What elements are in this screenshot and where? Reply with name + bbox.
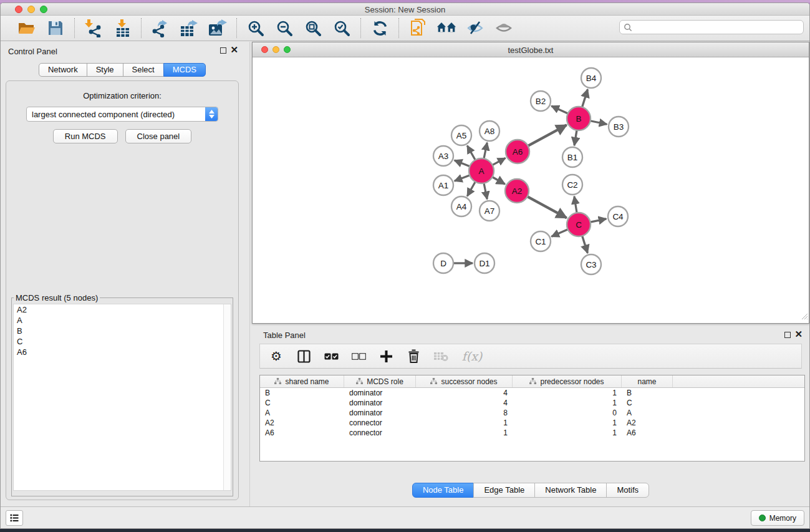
zoom-fit-icon[interactable] xyxy=(303,18,323,38)
graph-edge-B-B2[interactable] xyxy=(551,106,567,114)
tab-network[interactable]: Network xyxy=(39,63,87,77)
add-column-icon[interactable] xyxy=(378,349,393,364)
column-header-successor-nodes[interactable]: successor nodes xyxy=(416,375,513,387)
network-canvas[interactable]: B4B2BB3B1A5A8A6A3AA1C2A4A7A2C4CC1C3DD1 xyxy=(253,58,809,323)
column-layout-icon[interactable] xyxy=(296,349,311,364)
table-row[interactable]: Adominator80A xyxy=(260,408,804,418)
delete-column-icon[interactable] xyxy=(406,349,421,364)
graph-edge-C-C2[interactable] xyxy=(574,196,577,213)
graph-edge-A2-C[interactable] xyxy=(528,196,567,218)
graph-node-B4[interactable]: B4 xyxy=(581,68,601,88)
graph-edge-A-A2[interactable] xyxy=(492,177,504,184)
refresh-layout-icon[interactable] xyxy=(370,18,390,38)
mcds-result-item[interactable]: A6 xyxy=(14,347,231,357)
open-file-icon[interactable] xyxy=(17,18,37,38)
mcds-result-item[interactable]: B xyxy=(14,326,231,336)
graph-node-C1[interactable]: C1 xyxy=(531,231,551,251)
column-header-name[interactable]: name xyxy=(622,375,673,387)
graph-node-B2[interactable]: B2 xyxy=(531,91,551,111)
graph-node-A6[interactable]: A6 xyxy=(506,140,529,163)
graph-node-C4[interactable]: C4 xyxy=(608,206,628,226)
graph-edge-A-A5[interactable] xyxy=(467,146,475,160)
graph-edge-A-A1[interactable] xyxy=(455,175,470,181)
column-header-MCDS-role[interactable]: MCDS role xyxy=(344,375,416,387)
tab-node-table[interactable]: Node Table xyxy=(412,483,475,498)
criterion-dropdown[interactable]: largest connected component (directed) xyxy=(26,107,218,122)
import-network-icon[interactable] xyxy=(84,18,104,38)
export-table-icon[interactable] xyxy=(179,18,199,38)
graph-node-A4[interactable]: A4 xyxy=(451,196,471,216)
graph-node-B3[interactable]: B3 xyxy=(609,117,629,137)
table-row[interactable]: Bdominator41B xyxy=(260,388,804,398)
graph-edge-A-A6[interactable] xyxy=(493,158,506,165)
tab-mcds[interactable]: MCDS xyxy=(163,63,206,77)
graph-node-C2[interactable]: C2 xyxy=(562,175,582,195)
function-builder-icon[interactable]: f(x) xyxy=(461,349,483,364)
tab-style[interactable]: Style xyxy=(87,63,123,77)
column-header-predecessor-nodes[interactable]: predecessor nodes xyxy=(513,375,622,387)
float-panel-icon[interactable] xyxy=(220,47,226,54)
mcds-result-item[interactable]: C xyxy=(14,336,231,347)
graph-node-A[interactable]: A xyxy=(469,158,494,183)
select-all-rows-icon[interactable] xyxy=(324,349,339,364)
panel-splitter[interactable] xyxy=(244,42,252,506)
graph-node-A3[interactable]: A3 xyxy=(433,146,453,166)
graph-edge-A-A3[interactable] xyxy=(455,160,470,167)
graph-node-C3[interactable]: C3 xyxy=(581,254,601,274)
float-table-panel-icon[interactable] xyxy=(784,332,791,338)
home-layouts-icon[interactable] xyxy=(436,18,456,38)
graph-node-B1[interactable]: B1 xyxy=(562,147,582,167)
hide-details-icon[interactable] xyxy=(465,18,485,38)
export-network-icon[interactable] xyxy=(150,18,170,38)
column-header-shared-name[interactable]: shared name xyxy=(260,375,344,387)
result-list-scrollbar[interactable] xyxy=(223,304,231,490)
tab-select[interactable]: Select xyxy=(123,63,164,77)
zoom-out-icon[interactable] xyxy=(274,18,294,38)
graph-node-C[interactable]: C xyxy=(567,213,591,236)
graph-node-B[interactable]: B xyxy=(567,107,591,130)
graph-edge-A-A4[interactable] xyxy=(467,181,475,196)
mcds-result-item[interactable]: A xyxy=(14,315,231,326)
search-input[interactable] xyxy=(632,23,803,32)
tab-network-table[interactable]: Network Table xyxy=(534,483,607,498)
graph-node-A1[interactable]: A1 xyxy=(433,175,453,195)
close-panel-button[interactable]: Close panel xyxy=(125,129,192,143)
zoom-selected-icon[interactable] xyxy=(332,18,352,38)
graph-edge-A6-B[interactable] xyxy=(528,125,567,145)
table-row[interactable]: A6connector11A6 xyxy=(260,428,804,438)
run-mcds-button[interactable]: Run MCDS xyxy=(53,129,118,143)
close-panel-icon[interactable]: ✕ xyxy=(230,44,238,56)
zoom-in-icon[interactable] xyxy=(246,18,266,38)
delete-table-icon[interactable] xyxy=(433,349,448,364)
graph-edge-C-C1[interactable] xyxy=(551,230,567,237)
tab-motifs[interactable]: Motifs xyxy=(606,483,649,498)
graph-edge-A-A7[interactable] xyxy=(484,183,487,200)
graph-node-A5[interactable]: A5 xyxy=(451,125,471,145)
table-row[interactable]: Cdominator41C xyxy=(260,398,804,408)
network-overview-icon[interactable] xyxy=(408,18,428,38)
memory-button[interactable]: Memory xyxy=(751,510,804,526)
mcds-result-item[interactable]: A2 xyxy=(14,304,231,315)
show-details-icon[interactable] xyxy=(494,18,514,38)
table-settings-icon[interactable]: ⚙ xyxy=(269,349,284,364)
graph-node-A2[interactable]: A2 xyxy=(505,179,529,203)
tab-edge-table[interactable]: Edge Table xyxy=(473,483,535,498)
import-table-icon[interactable] xyxy=(112,18,132,38)
graph-node-A7[interactable]: A7 xyxy=(480,201,499,221)
deselect-all-rows-icon[interactable] xyxy=(351,349,366,364)
graph-node-D1[interactable]: D1 xyxy=(475,253,494,273)
graph-edge-B-B3[interactable] xyxy=(591,121,607,124)
search-field[interactable] xyxy=(619,20,804,34)
graph-edge-B-B4[interactable] xyxy=(582,89,588,107)
graph-edge-A-A8[interactable] xyxy=(484,143,487,159)
close-table-panel-icon[interactable]: ✕ xyxy=(794,329,803,340)
export-image-icon[interactable] xyxy=(208,18,228,38)
task-history-button[interactable] xyxy=(6,510,23,526)
graph-edge-B-B1[interactable] xyxy=(574,130,577,145)
resize-grip-icon[interactable] xyxy=(800,311,808,322)
graph-node-D[interactable]: D xyxy=(433,253,453,273)
graph-node-A8[interactable]: A8 xyxy=(480,121,499,141)
graph-edge-C-C4[interactable] xyxy=(591,219,607,222)
table-row[interactable]: A2connector11A2 xyxy=(260,418,804,428)
graph-edge-C-C3[interactable] xyxy=(582,236,588,253)
